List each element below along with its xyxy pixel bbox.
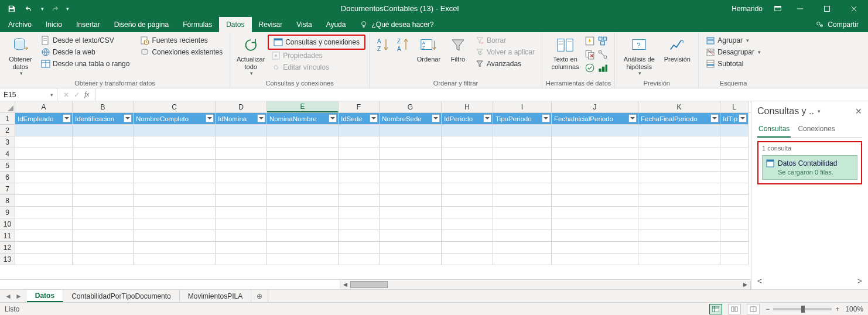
group-rows-button[interactable]: Agrupar▾ — [702, 35, 764, 46]
cell[interactable] — [720, 136, 749, 148]
sheet-tab-movimientos[interactable]: MovimientosPILA — [180, 290, 251, 302]
row-header[interactable]: 8 — [0, 195, 15, 207]
cell[interactable] — [15, 125, 73, 136]
panel-tab-queries[interactable]: Consultas — [757, 122, 791, 138]
cell[interactable] — [442, 254, 493, 265]
filter-dropdown-icon[interactable] — [628, 114, 637, 122]
sheet-nav-last[interactable]: ► — [15, 292, 22, 300]
relationships-icon[interactable] — [597, 49, 608, 61]
fx-icon[interactable]: fx — [84, 90, 89, 99]
cell[interactable] — [638, 242, 720, 254]
cell[interactable] — [493, 242, 552, 254]
cell[interactable]: NombreCompleto — [134, 113, 216, 125]
zoom-in-icon[interactable]: + — [835, 305, 839, 313]
cell[interactable] — [134, 242, 216, 254]
cell[interactable] — [638, 218, 720, 230]
cell[interactable] — [493, 136, 552, 148]
cell[interactable] — [552, 207, 638, 218]
maximize-button[interactable] — [814, 0, 840, 17]
column-header[interactable]: G — [380, 101, 442, 112]
cell[interactable]: IdTip — [720, 113, 749, 125]
cell[interactable] — [380, 230, 442, 242]
filter-dropdown-icon[interactable] — [710, 114, 719, 122]
cell[interactable] — [339, 242, 380, 254]
data-model-icon[interactable] — [597, 63, 608, 75]
cell[interactable] — [267, 230, 339, 242]
sheet-tab-contabilidad[interactable]: ContabilidadPorTipoDocumento — [63, 290, 180, 302]
filter-dropdown-icon[interactable] — [370, 114, 378, 122]
cell[interactable]: NominaNombre — [267, 113, 339, 125]
cell[interactable] — [720, 183, 749, 195]
cell[interactable] — [720, 172, 749, 183]
cell[interactable] — [339, 172, 380, 183]
cell[interactable] — [380, 218, 442, 230]
sheet-tab-datos[interactable]: Datos — [27, 290, 63, 302]
cell[interactable] — [380, 136, 442, 148]
cell[interactable] — [134, 254, 216, 265]
cell[interactable] — [73, 242, 134, 254]
tab-formulas[interactable]: Fórmulas — [176, 17, 219, 32]
cell[interactable] — [442, 242, 493, 254]
cell[interactable] — [267, 242, 339, 254]
save-icon[interactable] — [5, 2, 19, 16]
cell[interactable] — [442, 125, 493, 136]
cell[interactable] — [73, 160, 134, 172]
cell[interactable] — [134, 230, 216, 242]
cell[interactable] — [638, 254, 720, 265]
account-name[interactable]: Hernando — [726, 5, 768, 13]
cell[interactable] — [15, 242, 73, 254]
cell[interactable] — [442, 172, 493, 183]
cell[interactable] — [493, 254, 552, 265]
cell[interactable] — [720, 230, 749, 242]
zoom-slider[interactable]: − + — [766, 305, 839, 313]
cell[interactable] — [73, 254, 134, 265]
filter-dropdown-icon[interactable] — [206, 114, 214, 122]
tab-ayuda[interactable]: Ayuda — [319, 17, 353, 32]
row-header[interactable]: 5 — [0, 160, 15, 172]
cell[interactable] — [134, 183, 216, 195]
refresh-all-button[interactable]: Actualizar todo▾ — [234, 35, 268, 77]
cell[interactable] — [442, 195, 493, 207]
from-table-range[interactable]: Desde una tabla o rango — [37, 58, 133, 70]
cell[interactable] — [638, 207, 720, 218]
cell[interactable] — [493, 148, 552, 160]
row-header[interactable]: 13 — [0, 254, 15, 265]
sheet-nav-first[interactable]: ◄ — [5, 292, 12, 300]
cell[interactable] — [442, 218, 493, 230]
cell[interactable] — [442, 148, 493, 160]
qat-customize[interactable]: ▾ — [66, 6, 69, 12]
cell[interactable] — [720, 125, 749, 136]
cell[interactable] — [380, 148, 442, 160]
cell[interactable] — [15, 207, 73, 218]
cell[interactable] — [380, 172, 442, 183]
cell[interactable] — [267, 207, 339, 218]
cell[interactable] — [442, 230, 493, 242]
column-header[interactable]: I — [493, 101, 552, 112]
cell[interactable] — [73, 183, 134, 195]
cell[interactable] — [442, 136, 493, 148]
cell[interactable] — [15, 136, 73, 148]
cell[interactable] — [339, 136, 380, 148]
cell[interactable] — [552, 148, 638, 160]
cell[interactable] — [638, 160, 720, 172]
cell[interactable]: Identificacion — [73, 113, 134, 125]
row-header[interactable]: 4 — [0, 148, 15, 160]
cell[interactable] — [216, 125, 267, 136]
cell[interactable] — [638, 148, 720, 160]
scroll-right-icon[interactable]: ► — [740, 280, 750, 289]
add-sheet-button[interactable]: ⊕ — [251, 290, 268, 302]
filter-dropdown-icon[interactable] — [63, 114, 71, 122]
flash-fill-icon[interactable] — [585, 36, 595, 48]
zoom-value[interactable]: 100% — [845, 305, 863, 313]
advanced-filter[interactable]: Avanzadas — [471, 58, 538, 70]
cell[interactable] — [638, 136, 720, 148]
chevron-down-icon[interactable]: ▾ — [50, 92, 53, 98]
tab-diseno[interactable]: Diseño de página — [107, 17, 176, 32]
cell[interactable] — [493, 195, 552, 207]
cell[interactable] — [134, 125, 216, 136]
cell[interactable] — [552, 183, 638, 195]
cell[interactable] — [552, 242, 638, 254]
subtotal-button[interactable]: Subtotal — [702, 58, 764, 70]
tab-revisar[interactable]: Revisar — [252, 17, 290, 32]
close-button[interactable] — [841, 0, 867, 17]
